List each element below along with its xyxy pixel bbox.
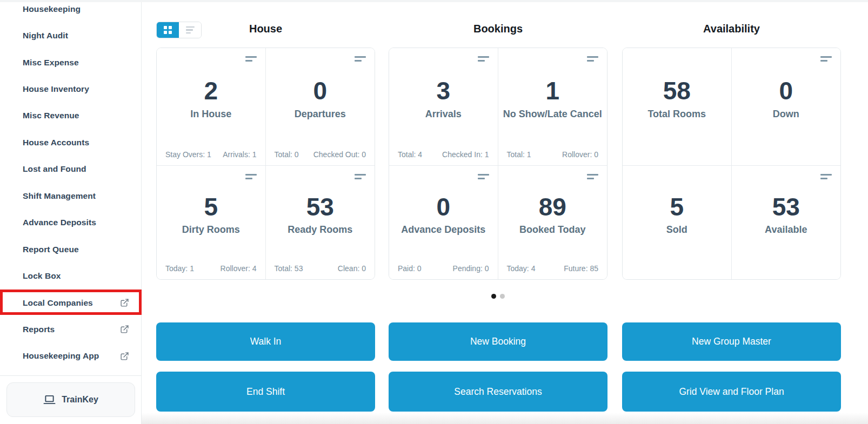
stat-footer-left: Total: 53 [275,264,303,273]
carousel-dot-2[interactable] [500,294,505,299]
card-menu-icon[interactable] [478,174,489,179]
sidebar-nav: Housekeeping Night Audit Misc Expense Ho… [0,0,141,369]
stat-card-departures[interactable]: 0 Departures Total: 0 Checked Out: 0 [266,48,375,166]
stat-card-ready-rooms[interactable]: 53 Ready Rooms Total: 53 Clean: 0 [266,166,375,279]
card-menu-icon[interactable] [820,174,832,179]
column-title-house: House [156,23,375,35]
sidebar-item-advance-deposits[interactable]: Advance Deposits [0,210,141,236]
stat-value: 0 [779,77,793,105]
sidebar-item-shift-management[interactable]: Shift Management [0,183,141,209]
new-group-master-button[interactable]: New Group Master [622,322,841,361]
stat-footer: Paid: 0 Pending: 0 [398,264,489,273]
walk-in-button[interactable]: Walk In [156,322,375,361]
stat-footer: Total: 0 Checked Out: 0 [275,150,366,159]
stat-label: Booked Today [519,224,586,235]
stat-footer: Total: 4 Checked In: 1 [398,150,489,159]
sidebar-item-label: Night Audit [23,31,68,41]
card-menu-icon[interactable] [478,56,489,62]
sidebar-item-label: Reports [23,325,55,334]
stat-footer-left: Total: 0 [275,150,299,159]
stat-card-dirty-rooms[interactable]: 5 Dirty Rooms Today: 1 Rollover: 4 [157,166,266,279]
stat-footer-left: Stay Overs: 1 [165,150,211,159]
stat-value: 53 [306,193,334,221]
stat-label: In House [190,109,231,120]
stat-footer-right: Arrivals: 1 [223,150,256,159]
search-reservations-button[interactable]: Search Reservations [389,372,607,412]
new-booking-button[interactable]: New Booking [389,322,607,361]
stat-card-in-house[interactable]: 2 In House Stay Overs: 1 Arrivals: 1 [157,48,266,166]
stat-footer: Stay Overs: 1 Arrivals: 1 [165,150,257,159]
availability-card-group: 58 Total Rooms 0 Down 5 Sold 53 Availabl… [622,48,841,280]
stat-card-advance-deposits[interactable]: 0 Advance Deposits Paid: 0 Pending: 0 [389,166,498,279]
sidebar-item-label: Misc Revenue [23,111,79,120]
stat-footer-right: Rollover: 4 [221,264,257,273]
card-menu-icon[interactable] [587,56,598,62]
stat-card-booked-today[interactable]: 89 Booked Today Today: 4 Future: 85 [498,166,607,279]
end-shift-button[interactable]: End Shift [156,372,375,412]
stat-value: 5 [204,193,218,221]
sidebar-item-housekeeping[interactable]: Housekeeping [0,0,141,22]
sidebar-item-label: House Accounts [23,138,89,147]
stat-label: Advance Deposits [401,224,485,235]
sidebar-item-local-companies[interactable]: Local Companies [0,290,141,316]
sidebar-item-label: Housekeeping [23,4,81,14]
stat-value: 0 [313,77,327,105]
sidebar-item-house-inventory[interactable]: House Inventory [0,76,141,102]
stat-footer-left: Total: 4 [398,150,422,159]
sidebar-item-housekeeping-app[interactable]: Housekeeping App [0,343,141,369]
stat-footer-left: Paid: 0 [398,264,422,273]
carousel-dot-1[interactable] [491,294,496,299]
sidebar-item-label: Local Companies [23,298,93,308]
stat-card-arrivals[interactable]: 3 Arrivals Total: 4 Checked In: 1 [389,48,498,166]
sidebar-item-lost-and-found[interactable]: Lost and Found [0,156,141,183]
card-menu-icon[interactable] [245,56,257,62]
sidebar-item-label: Lost and Found [23,164,86,174]
card-menu-icon[interactable] [245,174,257,179]
sidebar-item-reports[interactable]: Reports [0,316,141,342]
bookings-card-group: 3 Arrivals Total: 4 Checked In: 1 1 No S… [389,48,607,280]
external-link-icon [120,298,129,307]
stat-card-sold[interactable]: 5 Sold [623,166,732,279]
card-menu-icon[interactable] [587,174,598,179]
stat-label: Dirty Rooms [182,224,240,235]
stat-footer-left: Today: 1 [165,264,194,273]
stat-footer: Today: 1 Rollover: 4 [165,264,257,273]
sidebar-item-label: Report Queue [23,245,79,254]
stat-footer-right: Pending: 0 [453,264,489,273]
app-root: Housekeeping Night Audit Misc Expense Ho… [0,0,868,424]
stat-label: Arrivals [425,109,462,120]
grid-view-floor-plan-button[interactable]: Grid View and Floor Plan [622,372,841,412]
bottom-edge-fade [142,413,868,424]
stat-label: Ready Rooms [288,224,352,235]
sidebar-item-misc-expense[interactable]: Misc Expense [0,49,141,76]
stat-value: 58 [663,77,691,105]
stat-footer-right: Clean: 0 [338,264,366,273]
card-menu-icon[interactable] [355,56,366,62]
stat-card-down[interactable]: 0 Down [732,48,841,166]
sidebar-item-lock-box[interactable]: Lock Box [0,263,141,289]
stat-label: Down [773,109,799,120]
carousel-dots [389,294,607,299]
stat-card-no-show-late-cancel[interactable]: 1 No Show/Late Cancel Total: 1 Rollover:… [498,48,607,166]
external-link-icon [120,352,129,361]
laptop-icon [43,395,56,405]
sidebar-item-night-audit[interactable]: Night Audit [0,22,141,49]
trainkey-label: TrainKey [62,395,98,405]
stat-footer: Total: 1 Rollover: 0 [507,150,599,159]
stat-value: 5 [670,193,684,221]
stat-card-total-rooms[interactable]: 58 Total Rooms [623,48,732,166]
top-edge-strip [0,0,868,2]
stat-value: 0 [436,193,450,221]
stat-value: 3 [436,77,450,105]
column-title-availability: Availability [622,23,841,35]
sidebar-item-house-accounts[interactable]: House Accounts [0,129,141,156]
card-menu-icon[interactable] [355,174,366,179]
sidebar-item-report-queue[interactable]: Report Queue [0,236,141,263]
trainkey-button[interactable]: TrainKey [6,382,135,417]
stat-label: Total Rooms [647,109,706,120]
card-menu-icon[interactable] [820,56,832,62]
stat-footer-right: Checked Out: 0 [313,150,366,159]
stat-value: 2 [204,77,218,105]
stat-card-available[interactable]: 53 Available [732,166,841,279]
sidebar-item-misc-revenue[interactable]: Misc Revenue [0,103,141,129]
